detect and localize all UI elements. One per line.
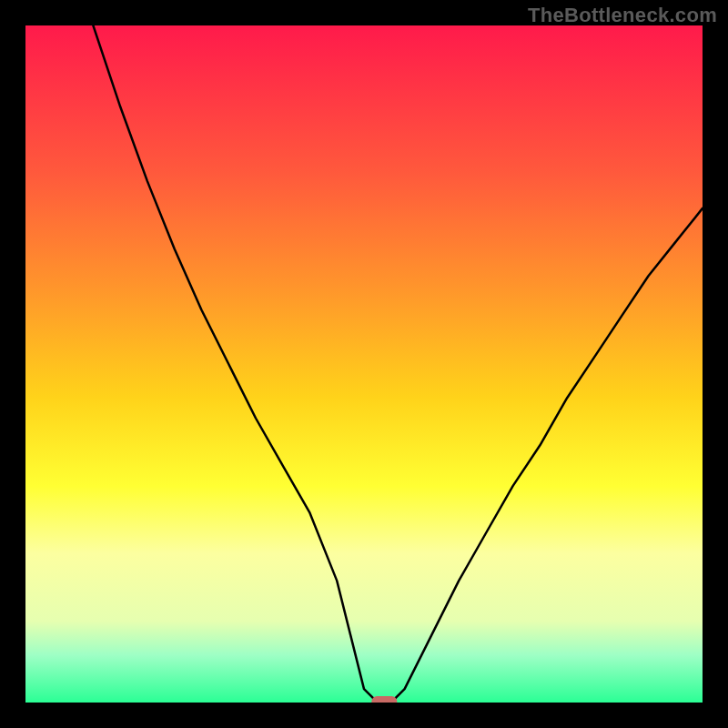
chart-frame: TheBottleneck.com [0, 0, 728, 728]
watermark-text: TheBottleneck.com [528, 4, 717, 27]
bottleneck-curve [93, 25, 703, 703]
optimum-marker [371, 696, 397, 703]
plot-svg [25, 25, 703, 703]
plot-area [25, 25, 703, 703]
